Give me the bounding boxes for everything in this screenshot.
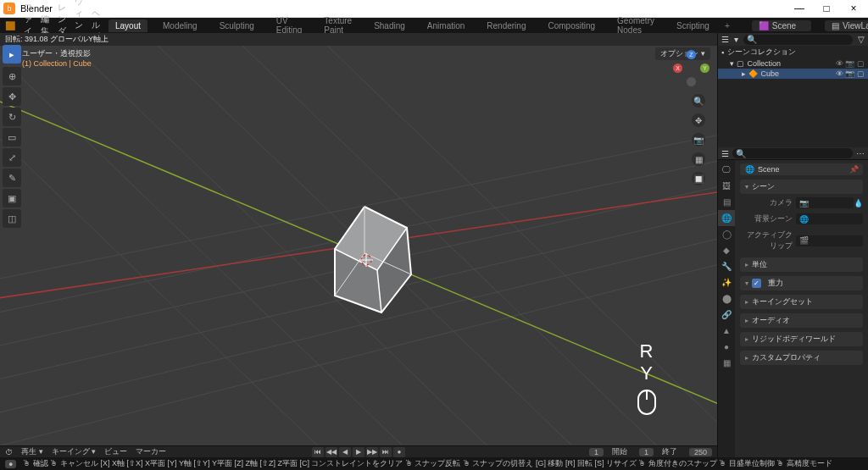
tab-viewlayer[interactable]: ▤ <box>718 194 735 210</box>
panel-audio[interactable]: オーディオ <box>740 313 863 328</box>
camera-label: カメラ <box>740 197 793 208</box>
panel-scene[interactable]: シーン <box>740 180 863 194</box>
shading-icon[interactable]: 🔲 <box>692 172 705 185</box>
start-frame-field[interactable]: 1 <box>639 448 654 456</box>
camera-icon[interactable]: 📷 <box>692 133 705 147</box>
tab-object[interactable]: ◆ <box>718 242 735 258</box>
workspace-tab-layout[interactable]: Layout <box>108 19 147 32</box>
workspace-tab-scripting[interactable]: Scripting <box>670 19 716 32</box>
tool-scale[interactable]: ▭ <box>3 128 21 147</box>
window-maximize-button[interactable]: □ <box>821 3 832 14</box>
workspace-tab-compositing[interactable]: Compositing <box>541 19 602 32</box>
record-button[interactable]: ● <box>393 447 405 457</box>
tab-scene[interactable]: 🌐 <box>718 210 735 226</box>
tab-texture[interactable]: ▦ <box>718 355 735 371</box>
camera-field[interactable]: 📷 <box>796 197 854 208</box>
keyframe-next-button[interactable]: ▶▶ <box>366 447 378 457</box>
panel-gravity[interactable]: ✓重力 <box>740 276 863 290</box>
window-title: Blender <box>20 3 793 14</box>
gravity-checkbox[interactable]: ✓ <box>752 279 761 288</box>
end-frame-field[interactable]: 250 <box>689 448 712 456</box>
perspective-icon[interactable]: ▦ <box>692 152 705 166</box>
start-label: 開始 <box>612 446 627 457</box>
outliner-collection[interactable]: ▾ ▢ Collection👁 📷 ▢ <box>718 58 868 69</box>
timeline-marker-menu[interactable]: マーカー <box>136 446 166 457</box>
scene-selector[interactable]: 🟪 Scene <box>752 20 811 31</box>
properties-mode-icon[interactable]: ☰ <box>721 149 729 158</box>
scene-datablock[interactable]: 🌐 Scene📌 <box>740 163 863 175</box>
tool-annotate[interactable]: ✎ <box>3 169 21 187</box>
blender-icon[interactable]: 🟧 <box>5 21 15 30</box>
mode-selector[interactable]: ▸ <box>3 45 21 64</box>
tab-particles[interactable]: ✨ <box>718 274 735 290</box>
play-rev-button[interactable]: ◀ <box>339 447 351 457</box>
axis-ball-neg[interactable] <box>687 77 696 86</box>
tab-output[interactable]: 🖼 <box>718 178 735 194</box>
outliner-item-cube[interactable]: ▸ 🔶 Cube👁 📷 ▢ <box>718 69 868 79</box>
axis-ball-x[interactable]: X <box>673 64 682 73</box>
workspace-tab-animation[interactable]: Animation <box>420 19 471 32</box>
panel-keying[interactable]: キーイングセット <box>740 295 863 309</box>
play-button[interactable]: ▶ <box>353 447 364 457</box>
pan-icon[interactable]: ✥ <box>692 113 705 127</box>
panel-customprops[interactable]: カスタムプロパティ <box>740 351 863 365</box>
workspace-tab-sculpting[interactable]: Sculpting <box>213 19 261 32</box>
tab-physics[interactable]: ⬤ <box>718 290 735 307</box>
workspace-tab-rendering[interactable]: Rendering <box>480 19 532 32</box>
main-menubar: 🟧 ファイル 編集 レンダー ウィンドウ ヘルプ Layout Modeling… <box>0 18 868 33</box>
window-minimize-button[interactable]: — <box>793 3 805 14</box>
outliner-mode-icon[interactable]: ☰ <box>721 35 729 44</box>
zoom-icon[interactable]: 🔍 <box>692 94 705 108</box>
axis-ball-y[interactable]: Y <box>700 64 709 73</box>
navigation-gizmo[interactable]: Z Y X <box>673 52 709 87</box>
tab-mesh[interactable]: ▲ <box>718 323 735 339</box>
camera-eyedrop-icon[interactable]: 💧 <box>854 199 863 207</box>
status-hints: 🖱 確認 🖱 キャンセル [X] X軸 [⇧X] X平面 [Y] Y軸 [⇧Y]… <box>23 458 832 469</box>
axis-ball-z[interactable]: Z <box>687 50 696 59</box>
cube-toggles[interactable]: 👁 📷 ▢ <box>836 69 865 78</box>
timeline-play-menu[interactable]: 再生 ▾ <box>21 446 43 457</box>
tab-material[interactable]: ● <box>718 339 735 355</box>
outliner-scene-collection[interactable]: ▪ シーンコレクション <box>718 46 868 58</box>
tab-modifiers[interactable]: 🔧 <box>718 258 735 274</box>
tool-addcube[interactable]: ◫ <box>3 209 21 228</box>
properties-search-input[interactable]: 🔍 <box>732 148 853 158</box>
viewport-overlay-label: ユーザー・透視投影 (1) Collection | Cube <box>22 46 92 66</box>
pin-icon[interactable]: 📌 <box>849 165 858 174</box>
tool-transform[interactable]: ⤢ <box>3 148 21 167</box>
properties-options-icon[interactable]: ⋯ <box>856 149 865 158</box>
overlay-object-path: (1) Collection | Cube <box>22 59 92 68</box>
jump-start-button[interactable]: ⏮ <box>312 447 324 457</box>
tool-rotate[interactable]: ↻ <box>3 108 21 126</box>
tool-move[interactable]: ✥ <box>3 87 21 106</box>
outliner-funnel-icon[interactable]: ▽ <box>858 35 865 44</box>
bgscene-field[interactable]: 🌐 <box>796 213 863 224</box>
window-close-button[interactable]: × <box>848 3 860 14</box>
outliner-filter-icon[interactable]: ▾ <box>734 35 738 44</box>
panel-units[interactable]: 単位 <box>740 257 863 272</box>
tab-world[interactable]: ◯ <box>718 226 735 242</box>
panel-custom-label: カスタムプロパティ <box>752 352 821 363</box>
toolbar-left: ⊕ ✥ ↻ ▭ ⤢ ✎ ▣ ◫ <box>3 67 21 228</box>
keyframe-prev-button[interactable]: ◀◀ <box>326 447 337 457</box>
tab-constraints[interactable]: 🔗 <box>718 307 735 323</box>
current-frame-field[interactable]: 1 <box>589 448 604 456</box>
workspace-tab-modeling[interactable]: Modeling <box>156 19 204 32</box>
panel-units-label: 単位 <box>752 259 767 270</box>
outliner-search-input[interactable]: 🔍 <box>743 35 853 45</box>
activeclip-field[interactable]: 🎬 <box>796 235 863 246</box>
panel-rigidbody[interactable]: リジッドボディワールド <box>740 332 863 346</box>
collection-toggles[interactable]: 👁 📷 ▢ <box>836 59 865 68</box>
workspace-tab-shading[interactable]: Shading <box>367 19 412 32</box>
tool-measure[interactable]: ▣ <box>3 189 21 207</box>
tool-cursor[interactable]: ⊕ <box>3 67 21 86</box>
viewlayer-selector[interactable]: ▤ ViewLayer <box>825 20 868 31</box>
jump-end-button[interactable]: ⏭ <box>380 447 392 457</box>
scene-collection-label: シーンコレクション <box>727 47 796 58</box>
viewport-3d[interactable]: 回転: 391.08 グローバルY軸上 ▸ ユーザー・透視投影 (1) Coll… <box>0 33 717 457</box>
workspace-add-button[interactable]: + <box>725 21 730 30</box>
timeline-view-menu[interactable]: ビュー <box>104 446 127 457</box>
timeline-keying-menu[interactable]: キーイング ▾ <box>52 446 97 457</box>
outliner: ☰ ▾ 🔍 ▽ ▪ シーンコレクション ▾ ▢ Collection👁 📷 ▢ … <box>718 33 868 160</box>
tab-render[interactable]: 🖵 <box>718 162 735 178</box>
